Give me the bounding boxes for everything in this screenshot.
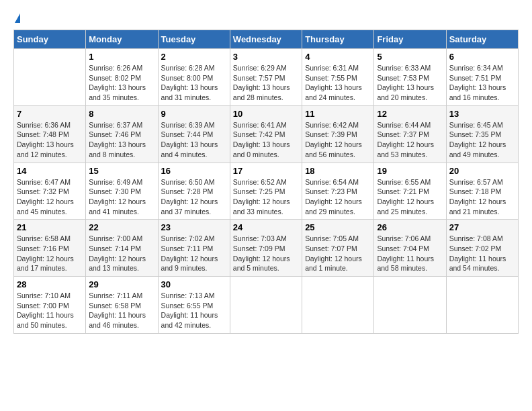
calendar-table: SundayMondayTuesdayWednesdayThursdayFrid… <box>13 30 519 334</box>
day-info: Sunrise: 6:36 AM Sunset: 7:48 PM Dayligh… <box>17 120 83 160</box>
weekday-header-saturday: Saturday <box>446 30 518 49</box>
calendar-cell <box>14 49 86 106</box>
day-number: 28 <box>17 279 83 289</box>
day-info: Sunrise: 6:29 AM Sunset: 7:57 PM Dayligh… <box>233 63 299 103</box>
calendar-cell <box>302 277 374 334</box>
calendar-cell: 19Sunrise: 6:55 AM Sunset: 7:21 PM Dayli… <box>374 163 446 220</box>
calendar-cell <box>374 277 446 334</box>
day-info: Sunrise: 6:34 AM Sunset: 7:51 PM Dayligh… <box>449 63 515 103</box>
day-info: Sunrise: 6:47 AM Sunset: 7:32 PM Dayligh… <box>17 177 83 217</box>
day-number: 30 <box>161 279 227 289</box>
calendar-cell <box>230 277 302 334</box>
day-number: 5 <box>377 52 443 62</box>
day-number: 3 <box>233 52 299 62</box>
day-number: 12 <box>377 109 443 119</box>
day-info: Sunrise: 6:45 AM Sunset: 7:35 PM Dayligh… <box>449 120 515 160</box>
calendar-cell: 5Sunrise: 6:33 AM Sunset: 7:53 PM Daylig… <box>374 49 446 106</box>
calendar-cell: 18Sunrise: 6:54 AM Sunset: 7:23 PM Dayli… <box>302 163 374 220</box>
day-info: Sunrise: 6:57 AM Sunset: 7:18 PM Dayligh… <box>449 177 515 217</box>
weekday-header-sunday: Sunday <box>14 30 86 49</box>
weekday-header-thursday: Thursday <box>302 30 374 49</box>
day-info: Sunrise: 6:58 AM Sunset: 7:16 PM Dayligh… <box>17 234 83 273</box>
day-info: Sunrise: 6:26 AM Sunset: 8:02 PM Dayligh… <box>89 63 154 103</box>
day-number: 20 <box>449 166 515 176</box>
day-number: 13 <box>449 109 515 119</box>
calendar-cell: 17Sunrise: 6:52 AM Sunset: 7:25 PM Dayli… <box>230 163 302 220</box>
day-number: 26 <box>377 222 443 232</box>
calendar-cell: 23Sunrise: 7:02 AM Sunset: 7:11 PM Dayli… <box>158 220 230 277</box>
day-number: 4 <box>305 52 371 62</box>
calendar-cell: 14Sunrise: 6:47 AM Sunset: 7:32 PM Dayli… <box>14 163 86 220</box>
calendar-cell: 1Sunrise: 6:26 AM Sunset: 8:02 PM Daylig… <box>86 49 158 106</box>
logo-icon <box>15 13 20 23</box>
day-number: 29 <box>89 279 154 289</box>
calendar-cell <box>446 277 518 334</box>
day-number: 24 <box>233 222 299 232</box>
calendar-cell: 9Sunrise: 6:39 AM Sunset: 7:44 PM Daylig… <box>158 105 230 163</box>
day-number: 27 <box>449 222 515 232</box>
weekday-header-wednesday: Wednesday <box>230 30 302 49</box>
calendar-cell: 24Sunrise: 7:03 AM Sunset: 7:09 PM Dayli… <box>230 220 302 277</box>
day-info: Sunrise: 6:33 AM Sunset: 7:53 PM Dayligh… <box>377 63 443 103</box>
day-number: 18 <box>305 166 371 176</box>
calendar-cell: 28Sunrise: 7:10 AM Sunset: 7:00 PM Dayli… <box>14 277 86 334</box>
calendar-cell: 3Sunrise: 6:29 AM Sunset: 7:57 PM Daylig… <box>230 49 302 106</box>
calendar-cell: 13Sunrise: 6:45 AM Sunset: 7:35 PM Dayli… <box>446 105 518 163</box>
day-info: Sunrise: 7:13 AM Sunset: 6:55 PM Dayligh… <box>161 291 227 330</box>
calendar-cell: 16Sunrise: 6:50 AM Sunset: 7:28 PM Dayli… <box>158 163 230 220</box>
calendar-cell: 21Sunrise: 6:58 AM Sunset: 7:16 PM Dayli… <box>14 220 86 277</box>
logo <box>13 13 20 23</box>
day-number: 9 <box>161 109 227 119</box>
weekday-header-tuesday: Tuesday <box>158 30 230 49</box>
day-info: Sunrise: 6:44 AM Sunset: 7:37 PM Dayligh… <box>377 120 443 160</box>
calendar-cell: 30Sunrise: 7:13 AM Sunset: 6:55 PM Dayli… <box>158 277 230 334</box>
calendar-cell: 6Sunrise: 6:34 AM Sunset: 7:51 PM Daylig… <box>446 49 518 106</box>
calendar-cell: 15Sunrise: 6:49 AM Sunset: 7:30 PM Dayli… <box>86 163 158 220</box>
day-number: 6 <box>449 52 515 62</box>
day-info: Sunrise: 6:31 AM Sunset: 7:55 PM Dayligh… <box>305 63 371 103</box>
day-number: 22 <box>89 222 154 232</box>
calendar-cell: 25Sunrise: 7:05 AM Sunset: 7:07 PM Dayli… <box>302 220 374 277</box>
day-info: Sunrise: 6:37 AM Sunset: 7:46 PM Dayligh… <box>89 120 154 160</box>
day-number: 15 <box>89 166 154 176</box>
day-info: Sunrise: 7:00 AM Sunset: 7:14 PM Dayligh… <box>89 234 154 273</box>
day-info: Sunrise: 6:50 AM Sunset: 7:28 PM Dayligh… <box>161 177 227 217</box>
day-info: Sunrise: 6:42 AM Sunset: 7:39 PM Dayligh… <box>305 120 371 160</box>
calendar-cell: 11Sunrise: 6:42 AM Sunset: 7:39 PM Dayli… <box>302 105 374 163</box>
day-info: Sunrise: 6:39 AM Sunset: 7:44 PM Dayligh… <box>161 120 227 160</box>
day-number: 14 <box>17 166 83 176</box>
weekday-header-monday: Monday <box>86 30 158 49</box>
day-info: Sunrise: 7:06 AM Sunset: 7:04 PM Dayligh… <box>377 234 443 273</box>
calendar-cell: 26Sunrise: 7:06 AM Sunset: 7:04 PM Dayli… <box>374 220 446 277</box>
day-number: 17 <box>233 166 299 176</box>
day-number: 19 <box>377 166 443 176</box>
day-info: Sunrise: 7:03 AM Sunset: 7:09 PM Dayligh… <box>233 234 299 273</box>
page-header <box>13 13 519 23</box>
calendar-cell: 7Sunrise: 6:36 AM Sunset: 7:48 PM Daylig… <box>14 105 86 163</box>
day-number: 23 <box>161 222 227 232</box>
weekday-header-friday: Friday <box>374 30 446 49</box>
calendar-cell: 12Sunrise: 6:44 AM Sunset: 7:37 PM Dayli… <box>374 105 446 163</box>
day-info: Sunrise: 7:10 AM Sunset: 7:00 PM Dayligh… <box>17 291 83 330</box>
day-number: 8 <box>89 109 154 119</box>
calendar-cell: 29Sunrise: 7:11 AM Sunset: 6:58 PM Dayli… <box>86 277 158 334</box>
day-info: Sunrise: 7:02 AM Sunset: 7:11 PM Dayligh… <box>161 234 227 273</box>
day-number: 11 <box>305 109 371 119</box>
day-info: Sunrise: 6:28 AM Sunset: 8:00 PM Dayligh… <box>161 63 227 103</box>
calendar-cell: 27Sunrise: 7:08 AM Sunset: 7:02 PM Dayli… <box>446 220 518 277</box>
day-info: Sunrise: 6:52 AM Sunset: 7:25 PM Dayligh… <box>233 177 299 217</box>
calendar-cell: 4Sunrise: 6:31 AM Sunset: 7:55 PM Daylig… <box>302 49 374 106</box>
day-number: 21 <box>17 222 83 232</box>
day-info: Sunrise: 6:54 AM Sunset: 7:23 PM Dayligh… <box>305 177 371 217</box>
day-info: Sunrise: 6:41 AM Sunset: 7:42 PM Dayligh… <box>233 120 299 160</box>
day-info: Sunrise: 6:49 AM Sunset: 7:30 PM Dayligh… <box>89 177 154 217</box>
day-number: 7 <box>17 109 83 119</box>
day-number: 1 <box>89 52 154 62</box>
calendar-cell: 2Sunrise: 6:28 AM Sunset: 8:00 PM Daylig… <box>158 49 230 106</box>
calendar-cell: 10Sunrise: 6:41 AM Sunset: 7:42 PM Dayli… <box>230 105 302 163</box>
calendar-cell: 22Sunrise: 7:00 AM Sunset: 7:14 PM Dayli… <box>86 220 158 277</box>
day-info: Sunrise: 7:05 AM Sunset: 7:07 PM Dayligh… <box>305 234 371 273</box>
calendar-cell: 8Sunrise: 6:37 AM Sunset: 7:46 PM Daylig… <box>86 105 158 163</box>
calendar-cell: 20Sunrise: 6:57 AM Sunset: 7:18 PM Dayli… <box>446 163 518 220</box>
day-info: Sunrise: 7:11 AM Sunset: 6:58 PM Dayligh… <box>89 291 154 330</box>
